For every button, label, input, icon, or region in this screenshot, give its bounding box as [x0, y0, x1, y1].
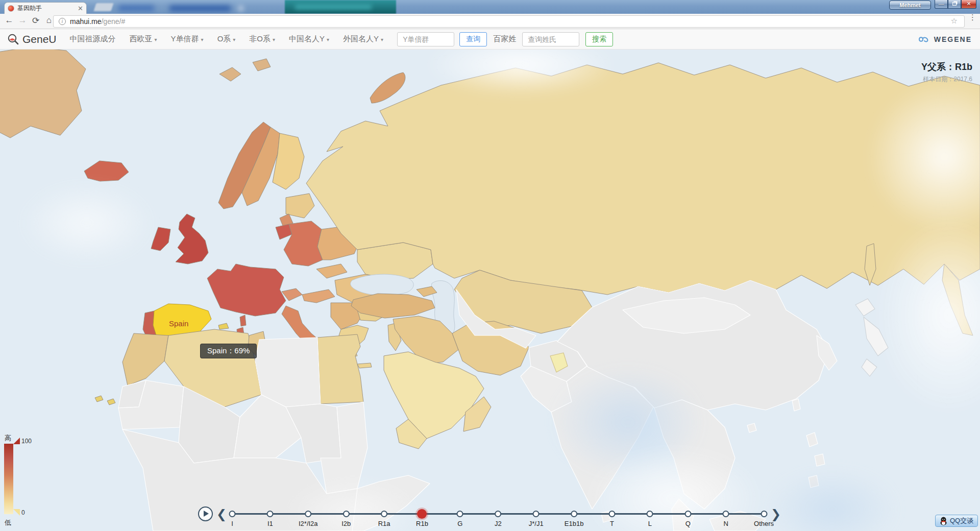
country-morocco[interactable] [122, 333, 168, 385]
slider-dot-I2*/I2a[interactable] [305, 511, 311, 517]
browser-menu-icon[interactable]: ⋮ [969, 15, 974, 19]
slider-dot-L[interactable] [647, 511, 653, 517]
wegene-ribbon-icon [918, 35, 931, 44]
close-button[interactable]: ✕ [961, 0, 976, 9]
slider-label-R1b[interactable]: R1b [416, 520, 428, 527]
slider-dot-Others[interactable] [761, 511, 767, 517]
map-title: Y父系：R1b [921, 61, 972, 73]
slider-dot-J2[interactable] [495, 511, 501, 517]
brand-name: GeneU [22, 33, 57, 45]
restore-button[interactable] [948, 0, 961, 9]
brand-logo[interactable]: GeneU [7, 33, 57, 45]
bookmark-star-icon[interactable]: ☆ [951, 16, 958, 26]
country-taiwan[interactable] [792, 399, 800, 411]
slider-dot-I1[interactable] [267, 511, 274, 517]
slider-dot-Q[interactable] [684, 511, 691, 517]
forward-icon[interactable]: → [16, 15, 29, 26]
slider-label-J*/J1[interactable]: J*/J1 [529, 520, 544, 527]
country-iceland[interactable] [84, 161, 129, 181]
nav-item-0[interactable]: 中国祖源成分 [70, 34, 116, 44]
country-greenland[interactable] [0, 50, 86, 138]
country-hainan[interactable] [747, 423, 756, 432]
country-arctic-isle[interactable] [370, 73, 405, 103]
slider-dot-T[interactable] [609, 511, 616, 517]
slider-stop-G: G [457, 511, 463, 527]
country-egypt[interactable] [317, 334, 363, 404]
page-info-icon[interactable]: i [59, 18, 66, 25]
slider-dot-N[interactable] [723, 511, 729, 517]
slider-stop-L: L [647, 511, 653, 527]
slider-dot-I[interactable] [229, 511, 236, 517]
blurred-teal-window[interactable] [285, 0, 396, 14]
wegene-logo[interactable]: WEGENE [918, 29, 972, 50]
reload-icon[interactable]: ⟳ [30, 15, 42, 26]
nav-item-1[interactable]: 西欧亚 [130, 34, 157, 44]
slider-label-E1b1b[interactable]: E1b1b [565, 520, 584, 527]
haplogroup-input[interactable] [397, 32, 454, 46]
country-label-spain: Spain [169, 319, 188, 328]
slider-dot-G[interactable] [457, 511, 463, 517]
country-corsica[interactable] [240, 315, 246, 326]
country-united-kingdom[interactable] [176, 214, 208, 264]
country-baltics[interactable] [286, 194, 314, 218]
country-ireland[interactable] [151, 227, 170, 251]
nav-item-6[interactable]: 外国名人Y [343, 34, 383, 44]
back-icon[interactable]: ← [3, 15, 15, 26]
nav-item-4[interactable]: 非O系 [249, 34, 275, 44]
legend-high-label: 高 [5, 433, 11, 443]
legend-gradient-bar [4, 444, 13, 514]
map-tooltip: Spain：69% [200, 344, 257, 358]
slider-label-R1a[interactable]: R1a [378, 520, 390, 527]
country-svalbard-2[interactable] [253, 59, 271, 71]
slider-label-G[interactable]: G [457, 520, 463, 527]
surname-label[interactable]: 百家姓 [493, 34, 516, 44]
nav-item-2[interactable]: Y单倍群 [171, 34, 204, 44]
country-crete[interactable] [357, 363, 372, 368]
slider-stop-I2b: I2b [341, 511, 351, 527]
slider-label-T[interactable]: T [609, 520, 616, 527]
slider-dot-E1b1b[interactable] [571, 511, 577, 517]
slider-label-J2[interactable]: J2 [495, 520, 502, 527]
tab-close-icon[interactable]: ✕ [78, 5, 83, 12]
slider-stop-I2*/I2a: I2*/I2a [299, 511, 318, 527]
nav-item-5[interactable]: 中国名人Y [289, 34, 329, 44]
slider-prev-icon[interactable]: ❮ [216, 507, 227, 521]
country-france[interactable] [207, 264, 286, 316]
blurred-tab-favicon [93, 3, 113, 11]
slider-stop-J*/J1: J*/J1 [529, 511, 544, 527]
slider-dot-I2b[interactable] [343, 511, 350, 517]
legend-max-value: 100 [21, 438, 32, 445]
slider-dot-R1a[interactable] [381, 511, 387, 517]
play-button[interactable] [198, 506, 213, 521]
slider-label-Q[interactable]: Q [684, 520, 691, 527]
slider-dot-selected-R1b[interactable] [417, 509, 427, 519]
nav-item-3[interactable]: O系 [217, 34, 236, 44]
slider-stop-I: I [229, 511, 236, 527]
slider-label-I[interactable]: I [229, 520, 236, 527]
country-canary-isles[interactable] [95, 396, 115, 405]
country-balearics[interactable] [218, 323, 229, 329]
search-button[interactable]: 搜索 [585, 32, 613, 46]
qq-chat-button[interactable]: QQ交谈 [935, 515, 978, 527]
slider-label-I2b[interactable]: I2b [341, 520, 351, 527]
map-canvas[interactable]: Y父系：R1b 样本日期：2017.6 Spain Spain：69% 高 10… [0, 50, 980, 531]
slider-label-N[interactable]: N [723, 520, 729, 527]
slider-dot-J*/J1[interactable] [533, 511, 540, 517]
blurred-tab[interactable] [88, 2, 282, 14]
minimize-button[interactable]: — [935, 0, 948, 9]
country-austria[interactable] [302, 289, 335, 303]
country-czech-slovakia[interactable] [316, 264, 347, 278]
slider-label-Others[interactable]: Others [754, 520, 774, 527]
query-button[interactable]: 查询 [459, 32, 487, 46]
slider-label-L[interactable]: L [647, 520, 653, 527]
slider-label-I1[interactable]: I1 [267, 520, 274, 527]
user-profile-button[interactable]: Mehmet [889, 1, 931, 10]
legend-low-label: 低 [5, 518, 11, 527]
slider-stop-Q: Q [684, 511, 691, 527]
browser-tab-active[interactable]: 基因助手 ✕ [4, 2, 87, 14]
slider-label-I2*/I2a[interactable]: I2*/I2a [299, 520, 318, 527]
legend-max-marker [13, 438, 20, 444]
country-svalbard[interactable] [219, 67, 241, 81]
address-bar[interactable]: i mahui.me/gene/# [53, 15, 965, 28]
surname-search-input[interactable] [522, 32, 579, 46]
